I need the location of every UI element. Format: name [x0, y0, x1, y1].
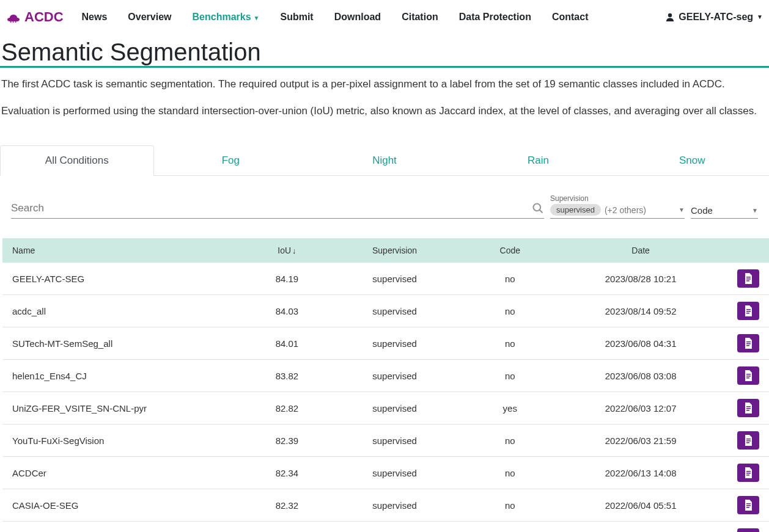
nav-link-data-protection[interactable]: Data Protection: [459, 12, 531, 23]
svg-rect-24: [746, 471, 751, 472]
cell-code: no: [464, 360, 556, 392]
svg-point-4: [534, 204, 541, 211]
nav-link-benchmarks[interactable]: Benchmarks▼: [193, 12, 260, 23]
svg-rect-15: [746, 374, 751, 375]
cell-iou: 84.19: [249, 263, 326, 295]
svg-rect-17: [746, 377, 749, 379]
col-name[interactable]: Name: [2, 238, 249, 263]
svg-rect-20: [746, 410, 749, 411]
cell-date: 2023/08/28 10:21: [556, 263, 726, 295]
details-button[interactable]: [737, 464, 759, 482]
table-row: ACDCer82.34supervisedno2022/06/13 14:08: [2, 457, 769, 489]
nav-link-overview[interactable]: Overview: [128, 12, 171, 23]
cell-code: no: [464, 457, 556, 489]
details-button[interactable]: [737, 496, 759, 514]
chevron-down-icon: ▼: [752, 207, 758, 214]
supervision-filter-label: Supervision: [550, 194, 685, 203]
svg-rect-29: [746, 507, 749, 508]
navbar: ACDC NewsOverviewBenchmarks▼SubmitDownlo…: [0, 0, 769, 34]
cell-iou: 82.23: [249, 522, 326, 533]
table-row: GEELY-ATC-SEG84.19supervisedno2023/08/28…: [2, 263, 769, 295]
svg-line-5: [540, 210, 543, 213]
tab-rain[interactable]: Rain: [462, 145, 616, 175]
cell-date: 2022/06/13 14:08: [556, 457, 726, 489]
svg-rect-8: [746, 280, 749, 282]
code-filter[interactable]: Code ▼: [691, 205, 758, 219]
svg-rect-27: [746, 503, 751, 505]
code-filter-label: Code: [691, 205, 713, 216]
chevron-down-icon: ▼: [254, 15, 260, 21]
svg-rect-10: [746, 311, 751, 312]
details-button[interactable]: [737, 528, 759, 532]
cell-date: 2022/06/03 21:59: [556, 425, 726, 457]
col-code[interactable]: Code: [464, 238, 556, 263]
cell-code: no: [464, 263, 556, 295]
page-description: The first ACDC task is semantic segmenta…: [0, 70, 769, 136]
details-button[interactable]: [737, 399, 759, 417]
svg-line-1: [13, 21, 13, 23]
svg-rect-18: [746, 406, 751, 407]
desc-paragraph-2: Evaluation is performed using the standa…: [1, 103, 768, 119]
tab-night[interactable]: Night: [307, 145, 462, 175]
cell-date: 2022/06/03 23:24: [556, 522, 726, 533]
tab-all-conditions[interactable]: All Conditions: [0, 145, 154, 176]
tab-snow[interactable]: Snow: [615, 145, 769, 175]
cell-iou: 84.01: [249, 327, 326, 360]
details-button[interactable]: [737, 366, 759, 385]
col-date[interactable]: Date: [556, 238, 726, 263]
details-button[interactable]: [737, 269, 759, 288]
cell-name: CASIA-OE-SEG: [2, 489, 249, 522]
filter-row: Supervision supervised (+2 others) ▼ Cod…: [0, 176, 769, 227]
col-iou[interactable]: IoU↓: [249, 238, 326, 263]
svg-rect-26: [746, 475, 749, 476]
cell-iou: 82.39: [249, 425, 326, 457]
user-name: GEELY-ATC-seg: [679, 12, 753, 23]
svg-line-0: [10, 21, 11, 23]
svg-rect-7: [746, 279, 751, 280]
cell-iou: 83.82: [249, 360, 326, 392]
svg-rect-13: [746, 343, 751, 344]
details-button[interactable]: [737, 334, 759, 352]
svg-line-2: [15, 21, 16, 23]
svg-point-3: [668, 13, 672, 16]
brand[interactable]: ACDC: [6, 9, 64, 25]
cell-name: ACDCer: [2, 457, 249, 489]
cell-name: GEELY-ATC-SEG: [2, 263, 249, 295]
cell-date: 2023/06/08 04:31: [556, 327, 726, 360]
nav-link-submit[interactable]: Submit: [280, 12, 313, 23]
nav-link-contact[interactable]: Contact: [552, 12, 589, 23]
table-row: helen1c_Ens4_CJ83.82supervisedno2023/06/…: [2, 360, 769, 392]
search-wrap: [11, 199, 544, 219]
nav-links: NewsOverviewBenchmarks▼SubmitDownloadCit…: [82, 12, 589, 23]
user-menu[interactable]: GEELY-ATC-seg ▼: [665, 12, 763, 23]
svg-rect-21: [746, 439, 751, 440]
details-button[interactable]: [737, 302, 759, 320]
cell-date: 2022/06/04 05:51: [556, 489, 726, 522]
svg-rect-11: [746, 313, 749, 314]
cell-code: no: [464, 327, 556, 360]
cell-date: 2023/06/08 03:08: [556, 360, 726, 392]
cell-supervision: supervised: [325, 425, 463, 457]
search-input[interactable]: [11, 199, 529, 218]
cell-code: no: [464, 295, 556, 327]
table-row: CASIA-OE-SEG82.32supervisedno2022/06/04 …: [2, 489, 769, 522]
supervision-filter[interactable]: Supervision supervised (+2 others) ▼: [550, 194, 685, 219]
page-title: Semantic Segmentation: [0, 38, 769, 68]
nav-link-news[interactable]: News: [82, 12, 108, 23]
cell-date: 2023/08/14 09:52: [556, 295, 726, 327]
details-button[interactable]: [737, 431, 759, 450]
svg-rect-25: [746, 473, 751, 474]
cell-iou: 84.03: [249, 295, 326, 327]
cell-supervision: supervised: [325, 392, 463, 425]
tab-fog[interactable]: Fog: [154, 145, 308, 175]
search-icon: [532, 202, 544, 214]
cell-name: acdc_all: [2, 295, 249, 327]
nav-link-citation[interactable]: Citation: [402, 12, 438, 23]
nav-link-download[interactable]: Download: [334, 12, 381, 23]
cell-name: SUTech-MT-SemSeg_all: [2, 327, 249, 360]
col-supervision[interactable]: Supervision: [325, 238, 463, 263]
svg-rect-14: [746, 345, 749, 346]
desc-paragraph-1: The first ACDC task is semantic segmenta…: [1, 76, 768, 92]
svg-rect-9: [746, 309, 751, 310]
cell-code: no: [464, 425, 556, 457]
